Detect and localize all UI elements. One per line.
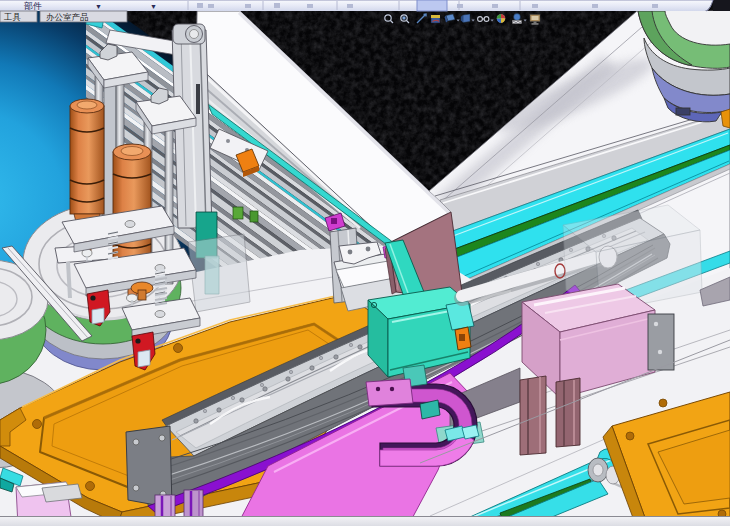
svg-text:▼: ▼ [95, 3, 102, 10]
svg-text:▼: ▼ [150, 3, 157, 10]
svg-text:部件: 部件 [24, 1, 42, 11]
svg-text:办公室产品: 办公室产品 [46, 12, 89, 22]
svg-text:工具: 工具 [3, 12, 21, 22]
